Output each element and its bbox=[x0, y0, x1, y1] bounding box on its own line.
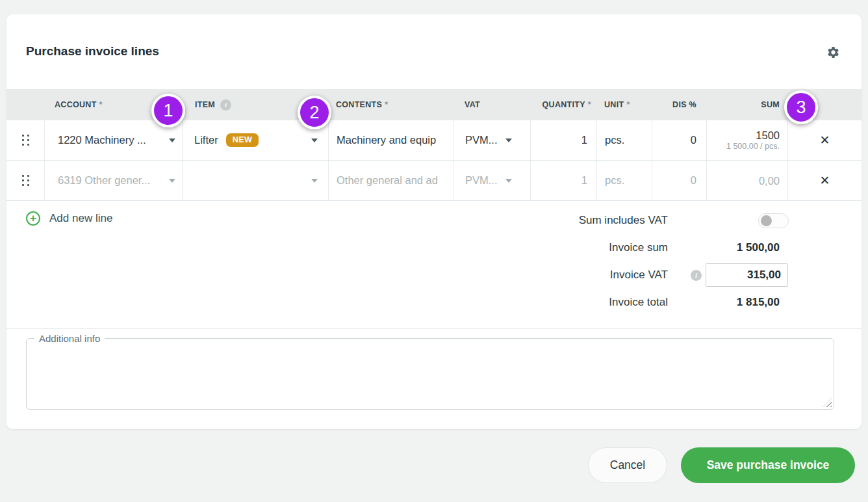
totals-section: Sum includes VAT Invoice sum 1 500,00 In… bbox=[487, 207, 780, 316]
column-header-vat: VAT bbox=[453, 89, 530, 120]
invoice-vat-input[interactable] bbox=[706, 263, 788, 287]
sum-includes-vat-toggle[interactable] bbox=[758, 213, 789, 228]
vat-select-value: PVM... bbox=[465, 134, 498, 146]
drag-handle-icon bbox=[22, 175, 29, 186]
account-select-value: 1220 Machinery ... bbox=[58, 134, 146, 146]
column-header-label: QUANTITY bbox=[542, 100, 585, 109]
add-new-line-label: Add new line bbox=[49, 212, 112, 225]
contents-input[interactable]: Machinery and equip bbox=[328, 120, 453, 160]
item-select-value: Lifter bbox=[194, 134, 218, 146]
annotation-badge-1: 1 bbox=[151, 94, 185, 127]
settings-button[interactable] bbox=[825, 44, 841, 60]
invoice-sum-row: Invoice sum 1 500,00 bbox=[487, 234, 780, 261]
drag-handle[interactable] bbox=[6, 120, 44, 160]
invoice-total-row: Invoice total 1 815,00 bbox=[487, 289, 780, 316]
required-mark: * bbox=[626, 100, 630, 109]
column-header-unit: UNIT * bbox=[596, 89, 652, 120]
vat-select[interactable]: PVM... bbox=[453, 161, 530, 200]
save-purchase-invoice-button[interactable]: Save purchase invoice bbox=[681, 447, 855, 483]
additional-info-textarea[interactable] bbox=[27, 339, 834, 409]
vat-select-placeholder: PVM... bbox=[465, 174, 498, 187]
invoice-vat-label: Invoice VAT bbox=[487, 269, 668, 282]
new-badge: NEW bbox=[226, 133, 259, 148]
add-new-line-button[interactable]: + Add new line bbox=[26, 211, 112, 226]
contents-placeholder: Other general and ad bbox=[337, 174, 438, 187]
column-header-label: UNIT bbox=[604, 100, 624, 109]
required-mark: * bbox=[99, 100, 103, 109]
quantity-placeholder: 1 bbox=[581, 174, 587, 187]
column-header-label: DIS % bbox=[672, 100, 696, 109]
invoice-sum-value: 1 500,00 bbox=[704, 241, 780, 254]
column-header-sum: SUM bbox=[706, 89, 787, 120]
annotation-badge-3: 3 bbox=[784, 90, 818, 124]
chevron-down-icon bbox=[169, 179, 175, 183]
discount-value: 0 bbox=[691, 134, 696, 146]
additional-info-fieldset: Additional info bbox=[26, 338, 834, 410]
sum-placeholder: 0,00 bbox=[759, 174, 780, 187]
gear-icon bbox=[826, 46, 840, 59]
contents-value: Machinery and equip bbox=[337, 134, 436, 146]
discount-input[interactable]: 0 bbox=[652, 120, 706, 160]
invoice-sum-label: Invoice sum bbox=[487, 241, 668, 254]
sum-input[interactable]: 0,00 bbox=[706, 161, 787, 200]
discount-placeholder: 0 bbox=[691, 174, 696, 187]
invoice-vat-row: Invoice VAT i bbox=[487, 261, 780, 289]
sum-input[interactable]: 1500 1 500,00 / pcs. bbox=[706, 120, 787, 160]
toggle-knob bbox=[761, 215, 772, 226]
column-header-quantity: QUANTITY * bbox=[530, 89, 596, 120]
chevron-down-icon bbox=[169, 139, 175, 142]
column-header-discount: DIS % bbox=[652, 89, 706, 120]
column-header-label: ITEM bbox=[195, 100, 215, 109]
item-select[interactable] bbox=[182, 161, 328, 200]
delete-line-button[interactable]: ✕ bbox=[815, 131, 836, 149]
table-header-row: ACCOUNT * ITEM i CONTENTS * VAT QUANTITY… bbox=[6, 89, 862, 120]
account-select[interactable]: 6319 Other gener... bbox=[44, 161, 182, 200]
account-select[interactable]: 1220 Machinery ... bbox=[44, 120, 182, 160]
chevron-down-icon bbox=[505, 179, 512, 183]
sum-value: 1500 bbox=[756, 129, 780, 142]
close-icon: ✕ bbox=[820, 133, 830, 147]
unit-value: pcs. bbox=[605, 134, 624, 146]
contents-input[interactable]: Other general and ad bbox=[328, 161, 453, 200]
table-row: 6319 Other gener... Other general and ad… bbox=[6, 161, 862, 201]
quantity-value: 1 bbox=[581, 134, 587, 146]
delete-line-button[interactable]: ✕ bbox=[815, 172, 836, 189]
quantity-input[interactable]: 1 bbox=[530, 120, 596, 160]
annotation-badge-2: 2 bbox=[298, 96, 331, 129]
unit-placeholder: pcs. bbox=[605, 174, 624, 187]
required-mark: * bbox=[385, 100, 388, 109]
unit-select[interactable]: pcs. bbox=[596, 120, 652, 160]
column-header-contents: CONTENTS * bbox=[328, 89, 453, 120]
discount-input[interactable]: 0 bbox=[652, 161, 706, 200]
info-icon[interactable]: i bbox=[691, 270, 702, 281]
plus-icon: + bbox=[26, 211, 40, 226]
chevron-down-icon bbox=[311, 139, 318, 142]
info-icon[interactable]: i bbox=[220, 99, 231, 111]
table-row: 1220 Machinery ... Lifter NEW Machinery … bbox=[6, 120, 862, 161]
unit-price-label: 1 500,00 / pcs. bbox=[726, 142, 780, 152]
sum-includes-vat-label: Sum includes VAT bbox=[487, 214, 668, 227]
vat-select[interactable]: PVM... bbox=[453, 120, 530, 160]
close-icon: ✕ bbox=[820, 173, 830, 187]
invoice-total-label: Invoice total bbox=[487, 296, 668, 309]
drag-handle[interactable] bbox=[6, 161, 44, 200]
delete-cell: ✕ bbox=[787, 161, 862, 200]
account-select-placeholder: 6319 Other gener... bbox=[58, 174, 150, 187]
footer-actions: Cancel Save purchase invoice bbox=[588, 447, 855, 483]
column-header-label: CONTENTS bbox=[336, 100, 382, 109]
column-header-label: SUM bbox=[761, 100, 780, 109]
chevron-down-icon bbox=[505, 139, 512, 142]
section-divider bbox=[6, 328, 862, 329]
cancel-button[interactable]: Cancel bbox=[588, 447, 667, 483]
quantity-input[interactable]: 1 bbox=[530, 161, 596, 200]
column-header-label: VAT bbox=[465, 100, 480, 109]
drag-handle-icon bbox=[22, 135, 29, 146]
invoice-total-value: 1 815,00 bbox=[704, 296, 780, 309]
page-title: Purchase invoice lines bbox=[26, 44, 159, 59]
required-mark: * bbox=[588, 100, 591, 109]
sum-includes-vat-row: Sum includes VAT bbox=[487, 207, 780, 234]
unit-select[interactable]: pcs. bbox=[596, 161, 652, 200]
chevron-down-icon bbox=[311, 179, 318, 183]
column-header-label: ACCOUNT bbox=[55, 100, 97, 109]
delete-cell: ✕ bbox=[787, 120, 862, 160]
